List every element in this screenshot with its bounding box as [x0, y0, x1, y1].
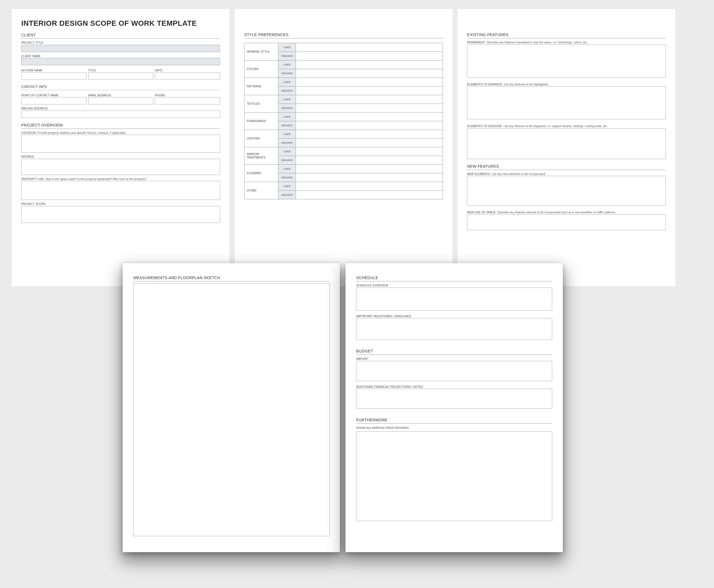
section-existing-features: EXISTING FEATURES: [467, 33, 666, 37]
pref-likes-label: LIKES: [278, 78, 296, 86]
input-author-name[interactable]: [21, 72, 86, 80]
label-title: TITLE: [88, 69, 153, 72]
label-permanent: PERMANENT Describe any features requeste…: [467, 41, 666, 44]
style-preferences-table: GENERAL STYLELIKESDISLIKESCOLORSLIKESDIS…: [244, 43, 443, 200]
pref-category: PATTERNS: [245, 78, 278, 95]
pref-dislikes-input[interactable]: [296, 86, 443, 95]
input-title[interactable]: [88, 72, 153, 80]
section-overview: PROJECT OVERVIEW: [21, 123, 220, 127]
section-rule: [356, 281, 552, 281]
page-4: MEASUREMENTS AND FLOORPLAN SKETCH: [123, 263, 340, 552]
pref-likes-input[interactable]: [296, 61, 443, 69]
section-rule: [467, 38, 666, 38]
label-rooms: ROOM(S): [21, 155, 220, 159]
pref-likes-label: LIKES: [278, 147, 296, 156]
input-disguise[interactable]: [467, 128, 666, 159]
floorplan-sketch-box[interactable]: [133, 283, 330, 536]
input-furthermore[interactable]: [356, 432, 552, 521]
label-mailing: MAILING ADDRESS: [21, 107, 220, 111]
pref-likes-label: LIKES: [278, 182, 296, 191]
pref-likes-label: LIKES: [278, 130, 296, 139]
label-client-name: CLIENT NAME: [21, 54, 220, 58]
pref-dislikes-label: DISLIKES: [278, 104, 296, 112]
page-3: EXISTING FEATURES PERMANENT Describe any…: [458, 9, 675, 286]
label-financial-notes: ADDITIONAL FINANCIAL PROJECTIONS / NOTES: [356, 385, 552, 389]
pref-dislikes-input[interactable]: [296, 69, 443, 78]
input-rooms[interactable]: [21, 159, 220, 175]
label-location: LOCATION Provide property address and sp…: [21, 131, 220, 135]
input-client-name[interactable]: [21, 58, 220, 65]
pref-dislikes-input[interactable]: [296, 121, 443, 130]
pref-likes-label: LIKES: [278, 112, 296, 121]
pref-dislikes-label: DISLIKES: [278, 52, 296, 61]
page-2: STYLE PREFERENCES GENERAL STYLELIKESDISL…: [235, 9, 453, 286]
pref-dislikes-label: DISLIKES: [278, 139, 296, 147]
pref-likes-label: LIKES: [278, 165, 296, 173]
label-schedule-overview: SCHEDULE OVERVIEW: [356, 284, 552, 288]
input-date[interactable]: [155, 72, 220, 80]
pref-dislikes-label: DISLIKES: [278, 121, 296, 130]
label-new-use: NEW USE OF SPACE Describe any features d…: [467, 211, 666, 214]
input-project-title[interactable]: [21, 45, 220, 52]
section-measurements: MEASUREMENTS AND FLOORPLAN SKETCH: [133, 275, 329, 280]
page-5: SCHEDULE SCHEDULE OVERVIEW IMPORTANT MIL…: [345, 263, 563, 552]
input-new-use[interactable]: [467, 214, 666, 230]
pref-category: GENERAL STYLE: [245, 43, 278, 61]
pref-dislikes-input[interactable]: [296, 52, 443, 61]
pref-dislikes-input[interactable]: [296, 139, 443, 147]
label-property-use: PROPERTY USE How is the space used? Is t…: [21, 177, 220, 181]
pref-likes-input[interactable]: [296, 182, 443, 191]
pref-likes-input[interactable]: [296, 130, 443, 139]
input-financial-notes[interactable]: [356, 388, 552, 409]
input-permanent[interactable]: [467, 44, 666, 78]
pref-dislikes-input[interactable]: [296, 191, 443, 200]
pref-dislikes-label: DISLIKES: [278, 86, 296, 95]
pref-dislikes-label: DISLIKES: [278, 173, 296, 182]
section-client: CLIENT: [21, 33, 220, 37]
pref-likes-input[interactable]: [296, 112, 443, 121]
pref-likes-input[interactable]: [296, 95, 443, 104]
section-furthermore: FURTHERMORE: [356, 418, 552, 422]
input-property-use[interactable]: [21, 181, 220, 200]
pref-dislikes-input[interactable]: [296, 156, 443, 165]
pref-category: WINDOW TREATMENTS: [245, 147, 278, 165]
pref-category: COLORS: [245, 61, 278, 78]
pref-category: TEXTILES: [245, 95, 278, 112]
section-budget: BUDGET: [356, 349, 552, 353]
canvas: INTERIOR DESIGN SCOPE OF WORK TEMPLATE C…: [0, 0, 714, 588]
input-project-scope[interactable]: [21, 206, 220, 223]
section-schedule: SCHEDULE: [356, 275, 552, 280]
input-enhance[interactable]: [467, 86, 666, 119]
pref-likes-input[interactable]: [296, 147, 443, 156]
label-disguise: ELEMENTS TO DISGUISE List any features t…: [467, 124, 666, 128]
pref-dislikes-input[interactable]: [296, 173, 443, 182]
pref-dislikes-label: DISLIKES: [278, 69, 296, 78]
input-email[interactable]: [88, 97, 153, 104]
label-author-name: AUTHOR NAME: [21, 69, 86, 72]
page-1: INTERIOR DESIGN SCOPE OF WORK TEMPLATE C…: [12, 9, 230, 286]
label-phone: PHONE: [155, 93, 220, 98]
pref-likes-input[interactable]: [296, 43, 443, 52]
pref-likes-input[interactable]: [296, 165, 443, 173]
input-milestones[interactable]: [356, 318, 552, 340]
pref-dislikes-input[interactable]: [296, 104, 443, 112]
pref-dislikes-label: DISLIKES: [278, 156, 296, 165]
label-project-title: PROJECT TITLE: [21, 41, 220, 45]
input-schedule-overview[interactable]: [356, 288, 552, 311]
pref-likes-input[interactable]: [296, 78, 443, 86]
pref-likes-label: LIKES: [278, 95, 296, 104]
label-new-elements: NEW ELEMENTS List any new elements to be…: [467, 172, 666, 176]
input-location[interactable]: [21, 135, 220, 153]
section-rule: [21, 128, 220, 129]
label-poc: POINT OF CONTACT NAME: [21, 93, 86, 98]
section-rule: [133, 281, 329, 281]
label-email: EMAIL ADDRESS: [88, 93, 153, 98]
input-phone[interactable]: [155, 97, 220, 104]
section-rule: [21, 90, 220, 90]
input-amount[interactable]: [356, 361, 552, 381]
input-new-elements[interactable]: [467, 176, 666, 206]
input-poc[interactable]: [21, 97, 86, 104]
input-mailing[interactable]: [21, 111, 220, 118]
pref-likes-label: LIKES: [278, 61, 296, 69]
pref-dislikes-label: DISLIKES: [278, 191, 296, 200]
